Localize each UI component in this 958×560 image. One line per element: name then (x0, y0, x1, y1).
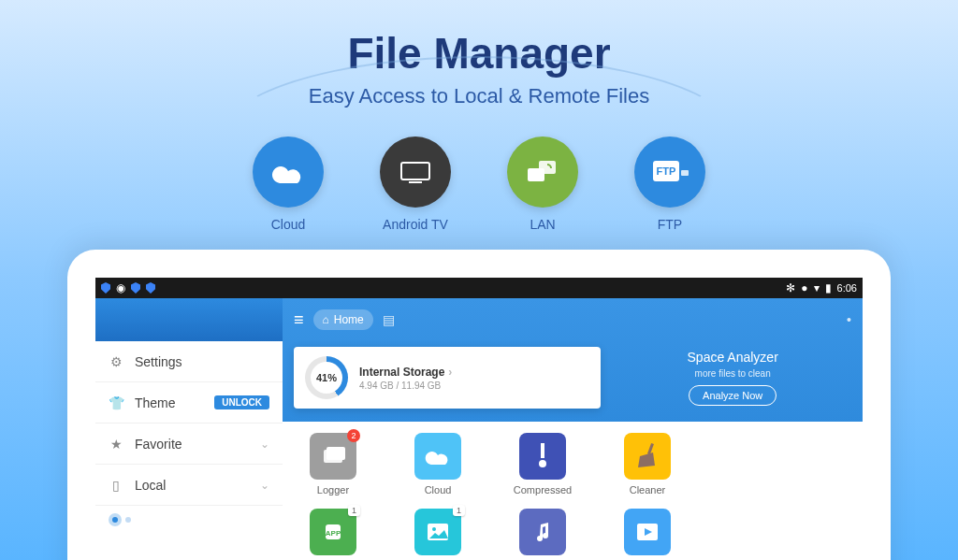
unlock-badge[interactable]: UNLOCK (214, 395, 269, 409)
sync-icon: ● (801, 281, 807, 294)
space-analyzer-panel: Space Analyzer more files to clean Analy… (614, 350, 851, 406)
storage-card[interactable]: 41% Internal Storage › 4.94 GB / 11.94 G… (294, 347, 601, 409)
category-cleaner[interactable]: Cleaner (610, 433, 685, 495)
chevron-down-icon: ⌄ (260, 438, 269, 451)
breadcrumb-home[interactable]: ⌂ Home (313, 309, 373, 330)
window-icon[interactable]: ▤ (383, 312, 395, 327)
movies-icon (624, 509, 671, 555)
category-compressed[interactable]: Compressed (505, 433, 580, 495)
category-music[interactable]: Music (505, 509, 580, 560)
music-icon (519, 509, 566, 555)
sidebar-item-label: Local (135, 478, 249, 493)
category-images[interactable]: 1 Images (400, 509, 475, 560)
status-bar: ◉ ✻ ● ▾ ▮ 6:06 (95, 278, 863, 298)
bluetooth-icon: ✻ (786, 281, 795, 294)
feature-label: Cloud (271, 217, 306, 232)
feature-label: FTP (658, 217, 682, 232)
shield-icon (101, 282, 110, 294)
main-panel: ≡ ⌂ Home ▤ • 41% Internal Storage (283, 298, 863, 560)
storage-percent: 41% (316, 372, 337, 383)
cloud-icon (253, 136, 324, 208)
app-icon: APP 1 (310, 509, 356, 555)
svg-text:FTP: FTP (657, 165, 676, 177)
chevron-right-icon: › (448, 366, 452, 379)
category-app[interactable]: APP 1 APP (296, 509, 370, 560)
storage-usage: 4.94 GB / 11.94 GB (359, 381, 452, 391)
sidebar-header (95, 298, 283, 341)
cloud-icon (414, 433, 461, 480)
svg-point-15 (432, 527, 436, 531)
svg-rect-3 (539, 161, 556, 174)
wifi-icon: ▾ (814, 281, 820, 294)
logger-icon: 2 (310, 433, 356, 480)
badge-count: 2 (347, 429, 360, 442)
category-cloud[interactable]: Cloud (400, 433, 475, 495)
page-indicator (112, 517, 131, 523)
tv-icon (380, 136, 451, 208)
shield-icon (146, 282, 155, 294)
analyze-now-button[interactable]: Analyze Now (689, 385, 777, 406)
category-logger[interactable]: 2 Logger (296, 433, 370, 495)
phone-icon: ▯ (109, 478, 123, 493)
badge-count: 1 (453, 505, 465, 516)
category-label: Logger (317, 484, 349, 495)
svg-rect-8 (327, 447, 345, 460)
storage-progress-ring: 41% (305, 356, 348, 399)
pager-dot (125, 517, 131, 523)
storage-title: Internal Storage › (359, 366, 452, 379)
analyzer-title: Space Analyzer (688, 350, 778, 365)
tablet-frame: ◉ ✻ ● ▾ ▮ 6:06 ⚙ Settings 👕 Theme UNLOCK (67, 250, 891, 560)
category-movies[interactable]: Movies (610, 509, 685, 560)
images-icon: 1 (414, 509, 461, 555)
topbar-dot-icon[interactable]: • (847, 312, 851, 327)
gear-icon: ⚙ (109, 354, 123, 369)
battery-icon: ▮ (825, 281, 832, 294)
svg-rect-0 (401, 163, 429, 179)
shirt-icon: 👕 (109, 395, 123, 410)
feature-cloud[interactable]: Cloud (253, 136, 324, 232)
status-time: 6:06 (837, 282, 857, 294)
category-label: Cleaner (630, 484, 666, 495)
category-label: Cloud (425, 484, 452, 495)
shield-icon (131, 282, 140, 294)
ftp-icon: FTP (634, 136, 705, 208)
lan-icon (507, 136, 578, 208)
analyzer-subtitle: more files to clean (695, 368, 771, 379)
zip-icon (519, 433, 566, 480)
svg-rect-9 (541, 443, 544, 458)
category-grid: 2 Logger Cloud Compressed (283, 422, 863, 560)
category-label: Compressed (514, 484, 572, 495)
sidebar-item-label: Theme (135, 395, 203, 410)
aperture-icon: ◉ (116, 281, 125, 294)
broom-icon (624, 433, 671, 480)
sidebar-item-favorite[interactable]: ★ Favorite ⌄ (95, 424, 283, 465)
svg-rect-6 (681, 170, 689, 176)
home-icon: ⌂ (323, 313, 329, 326)
star-icon: ★ (109, 437, 123, 452)
sidebar-item-settings[interactable]: ⚙ Settings (95, 341, 283, 382)
svg-text:APP: APP (326, 529, 341, 538)
chevron-down-icon: ⌄ (260, 479, 269, 492)
badge-count: 1 (348, 505, 360, 516)
app-topbar: ≡ ⌂ Home ▤ • (283, 298, 863, 341)
sidebar-item-label: Settings (135, 354, 269, 369)
feature-label: LAN (530, 217, 555, 232)
sidebar-item-label: Favorite (135, 437, 249, 452)
breadcrumb-label: Home (334, 313, 364, 326)
sidebar-item-theme[interactable]: 👕 Theme UNLOCK (95, 382, 283, 424)
pager-dot-active (112, 517, 118, 523)
feature-label: Android TV (383, 217, 448, 232)
menu-icon[interactable]: ≡ (294, 310, 304, 330)
feature-ftp[interactable]: FTP FTP (634, 136, 705, 232)
feature-androidtv[interactable]: Android TV (380, 136, 451, 232)
svg-point-10 (539, 460, 546, 467)
svg-rect-1 (409, 181, 422, 183)
feature-lan[interactable]: LAN (507, 136, 578, 232)
sidebar-item-local[interactable]: ▯ Local ⌄ (95, 465, 283, 506)
